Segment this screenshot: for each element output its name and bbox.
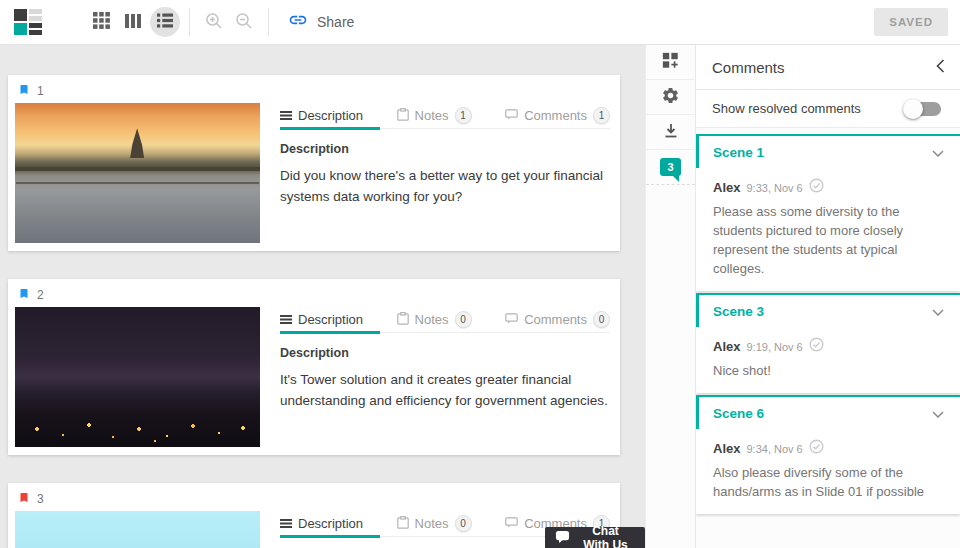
top-toolbar: Share SAVED (0, 0, 960, 45)
grid-view-button[interactable] (86, 7, 116, 37)
zoom-in-icon (205, 12, 223, 33)
comment-bubble-icon (505, 516, 518, 531)
bookmark-icon (18, 286, 30, 304)
bookmark-icon (18, 490, 30, 508)
comments-panel-button[interactable]: 3 (646, 150, 695, 185)
link-icon (288, 10, 308, 34)
comments-count-badge: 0 (593, 311, 610, 328)
toolbar-divider (268, 8, 269, 36)
tab-description[interactable]: Description (280, 312, 363, 327)
notes-count-badge: 0 (455, 515, 472, 532)
notes-count-badge: 1 (455, 107, 472, 124)
active-tab-underline (280, 535, 380, 538)
comments-panel-header: Comments (696, 45, 960, 90)
scene-section-header[interactable]: Scene 6 (696, 395, 960, 429)
list-view-button[interactable] (150, 7, 180, 37)
list-view-icon (157, 13, 173, 31)
bookmark-icon (18, 82, 30, 100)
app-logo[interactable] (14, 9, 44, 36)
comment-text: Nice shot! (713, 361, 946, 380)
tab-notes[interactable]: Notes 0 (397, 311, 472, 328)
scene-card-header: 3 (15, 488, 610, 511)
toolbar-divider (189, 8, 190, 36)
scene-section-title: Scene 3 (713, 304, 764, 319)
scene-detail: Description Notes 1 (260, 103, 610, 243)
tab-notes[interactable]: Notes 1 (397, 107, 472, 124)
chevron-down-icon (932, 404, 944, 422)
comment-text: Also please diversify some of the hands/… (713, 463, 946, 501)
settings-button[interactable] (646, 80, 695, 115)
scene-number: 3 (37, 492, 44, 506)
comment-time: 9:33, Nov 6 (746, 182, 802, 194)
comments-panel-title: Comments (712, 59, 785, 76)
view-switcher (86, 7, 180, 37)
column-view-button[interactable] (118, 7, 148, 37)
notes-clipboard-icon (397, 516, 409, 532)
comment-section-scene-6: Scene 6 Alex 9:34, Nov 6 Also please div… (696, 395, 960, 514)
active-tab-underline (280, 331, 380, 334)
show-resolved-toggle[interactable] (907, 102, 941, 116)
resolve-check-icon[interactable] (809, 439, 824, 458)
comment[interactable]: Alex 9:34, Nov 6 Also please diversify s… (696, 429, 960, 514)
comment[interactable]: Alex 9:19, Nov 6 Nice shot! (696, 327, 960, 393)
zoom-out-button[interactable] (229, 7, 259, 37)
logo-bar (29, 16, 42, 21)
scene-section-header[interactable]: Scene 3 (696, 293, 960, 327)
comment-time: 9:19, Nov 6 (746, 341, 802, 353)
tab-description[interactable]: Description (280, 108, 363, 123)
comments-count-bubble: 3 (660, 158, 681, 176)
comment-bubble-icon (505, 108, 518, 123)
add-scene-button[interactable] (646, 45, 695, 80)
comment-meta: Alex 9:34, Nov 6 (713, 439, 946, 458)
comment[interactable]: Alex 9:33, Nov 6 Please ass some diversi… (696, 168, 960, 291)
comment-meta: Alex 9:33, Nov 6 (713, 178, 946, 197)
scene-thumbnail[interactable] (15, 103, 260, 243)
resolve-check-icon[interactable] (809, 337, 824, 356)
resolve-check-icon[interactable] (809, 178, 824, 197)
zoom-in-button[interactable] (199, 7, 229, 37)
description-heading: Description (280, 142, 610, 156)
notes-clipboard-icon (397, 108, 409, 124)
scene-card-1[interactable]: 1 Description (8, 75, 620, 251)
tab-comments[interactable]: Comments 0 (505, 311, 610, 328)
share-button[interactable]: Share (288, 10, 354, 34)
scene-tabs: Description Notes 0 (280, 307, 610, 333)
comment-author: Alex (713, 180, 740, 195)
description-lines-icon (280, 312, 292, 327)
zoom-out-icon (235, 12, 253, 33)
tab-description[interactable]: Description (280, 516, 363, 531)
tool-rail: 3 (645, 45, 695, 548)
comment-section-scene-1: Scene 1 Alex 9:33, Nov 6 Please ass some… (696, 134, 960, 291)
gear-icon (661, 86, 680, 108)
chevron-down-icon (932, 302, 944, 320)
chat-bubble-icon (555, 530, 570, 547)
logo-square-teal (14, 23, 27, 35)
comment-meta: Alex 9:19, Nov 6 (713, 337, 946, 356)
tab-comments[interactable]: Comments 1 (505, 107, 610, 124)
scene-card-2[interactable]: 2 Description (8, 279, 620, 455)
description-lines-icon (280, 108, 292, 123)
active-tab-underline (280, 127, 380, 130)
notes-clipboard-icon (397, 312, 409, 328)
toggle-knob (903, 99, 923, 119)
chat-with-us-button[interactable]: Chat With Us (545, 527, 645, 548)
show-resolved-label: Show resolved comments (712, 101, 861, 116)
scene-number: 2 (37, 288, 44, 302)
scene-card-header: 2 (15, 284, 610, 307)
dashboard-add-icon (662, 52, 679, 72)
download-icon (663, 123, 679, 142)
scene-thumbnail[interactable] (15, 511, 260, 548)
content-area: 1 Description (0, 45, 960, 548)
logo-square-dark (14, 9, 27, 21)
tab-notes[interactable]: Notes 0 (397, 515, 472, 532)
scene-section-header[interactable]: Scene 1 (696, 134, 960, 168)
download-button[interactable] (646, 115, 695, 150)
scene-number: 1 (37, 84, 44, 98)
storyboard-app: Share SAVED 1 (0, 0, 960, 548)
scene-card-header: 1 (15, 80, 610, 103)
collapse-panel-button[interactable] (936, 59, 945, 76)
comment-author: Alex (713, 339, 740, 354)
scene-card-3[interactable]: 3 Description (8, 483, 620, 548)
saved-button[interactable]: SAVED (874, 8, 948, 36)
scene-thumbnail[interactable] (15, 307, 260, 447)
